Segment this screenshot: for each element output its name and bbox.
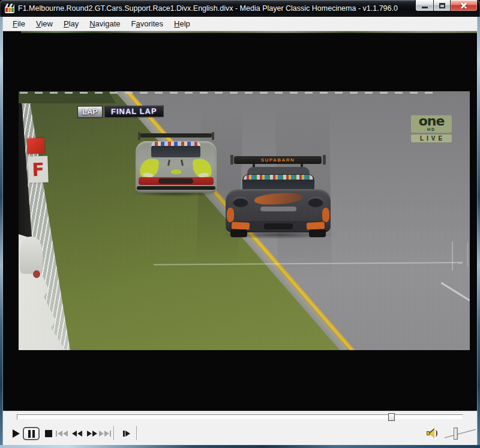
skip-back-icon	[56, 431, 58, 437]
minimize-button[interactable]	[415, 0, 434, 11]
video-top-sliver	[21, 31, 477, 33]
fast-forward-button[interactable]	[85, 427, 99, 440]
menu-item-favorites[interactable]: Favorites	[126, 17, 169, 30]
rewind-icon	[72, 431, 77, 437]
volume-thumb[interactable]	[454, 428, 458, 440]
stop-icon	[45, 430, 52, 437]
close-button[interactable]	[451, 0, 478, 11]
menu-item-navigate[interactable]: Navigate	[84, 17, 125, 30]
menu-item-help[interactable]: Help	[169, 17, 196, 30]
window-controls	[415, 0, 478, 11]
title-bar[interactable]: F1.Melbourne.Round2.GT.Cars.Support.Race…	[0, 0, 480, 17]
skip-back-button[interactable]	[55, 427, 69, 440]
minimize-icon	[422, 7, 428, 8]
volume-button[interactable]	[427, 428, 437, 438]
menu-item-file[interactable]: File	[7, 17, 31, 30]
play-button[interactable]	[9, 427, 23, 440]
toolbar-separator	[113, 426, 114, 440]
player-control-bar	[3, 411, 477, 445]
skip-forward-icon	[99, 431, 104, 437]
pause-icon	[28, 430, 31, 438]
window-border-right	[477, 17, 480, 445]
skip-forward-button[interactable]	[98, 427, 112, 440]
rewind-button[interactable]	[70, 427, 84, 440]
menu-bar: File View Play Navigate Favorites Help	[3, 17, 477, 31]
video-display-area[interactable]: F	[3, 31, 477, 411]
fast-forward-icon	[87, 431, 92, 437]
video-grain	[19, 91, 470, 350]
stop-button[interactable]	[42, 427, 55, 440]
transport-controls	[3, 422, 477, 446]
play-icon	[13, 429, 20, 438]
frame-step-icon	[123, 431, 125, 437]
menu-item-play[interactable]: Play	[58, 17, 84, 30]
window-title: F1.Melbourne.Round2.GT.Cars.Support.Race…	[18, 4, 398, 13]
maximize-button[interactable]	[434, 0, 451, 11]
maximize-icon	[439, 3, 445, 8]
race-video-frame: F	[19, 91, 470, 350]
frame-step-button[interactable]	[119, 427, 134, 440]
pause-button[interactable]	[23, 427, 40, 440]
toolbar-separator	[136, 426, 137, 440]
volume-slider-track	[443, 426, 477, 441]
window-border-bottom	[0, 445, 480, 448]
volume-slider[interactable]	[443, 426, 477, 441]
seek-thumb[interactable]	[388, 413, 395, 421]
window-border-left	[0, 17, 3, 445]
close-icon	[460, 2, 467, 9]
seek-bar[interactable]	[17, 414, 463, 420]
sound-wave-icon	[434, 430, 437, 437]
menu-item-view[interactable]: View	[31, 17, 58, 30]
app-icon	[5, 4, 14, 13]
